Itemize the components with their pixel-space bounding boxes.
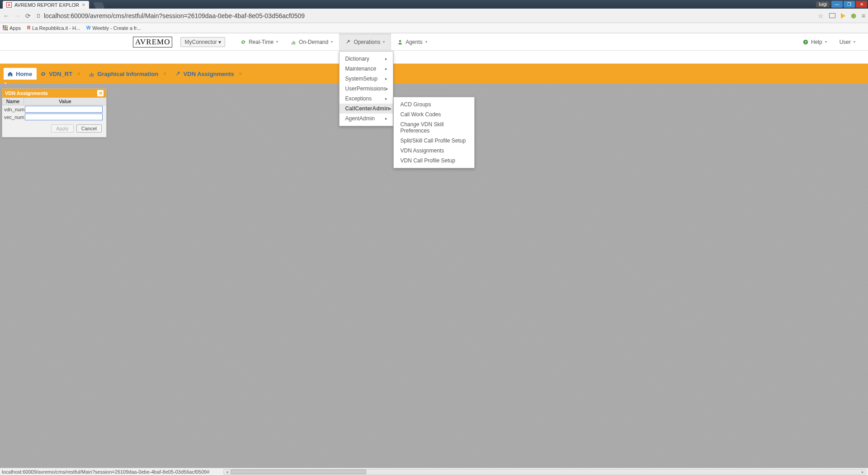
menu-item-systemsetup[interactable]: SystemSetup▸ xyxy=(340,74,393,84)
window-maximize-button[interactable]: ❐ xyxy=(844,1,855,8)
home-icon xyxy=(7,71,13,77)
vdn-num-input[interactable] xyxy=(25,106,103,113)
wrench-icon xyxy=(175,71,181,77)
menu-item-exceptions[interactable]: Exceptions▸ xyxy=(340,94,393,104)
submenu-acd-groups[interactable]: ACD Groups xyxy=(394,100,474,109)
tab-vdn-rt[interactable]: VDN_RT × xyxy=(37,67,85,80)
svg-text:?: ? xyxy=(805,40,807,44)
menu-item-userpermissions[interactable]: UserPermissions▸ xyxy=(340,84,393,94)
tab-home[interactable]: Home xyxy=(4,68,37,80)
tab-title: AVREMO REPORT EXPLOR xyxy=(14,2,79,8)
scroll-left-icon[interactable]: ◂ xyxy=(224,470,230,474)
favicon-icon: A xyxy=(6,2,12,8)
tab-label: VDN_RT xyxy=(49,71,72,77)
window-close-button[interactable]: ✕ xyxy=(856,1,867,8)
status-text: localhost:60009/avremo/cms/restful/Main?… xyxy=(2,469,223,475)
page-icon: 🗋 xyxy=(36,13,41,19)
nav-user[interactable]: User▾ xyxy=(833,33,862,50)
chart-icon xyxy=(291,39,296,45)
person-icon xyxy=(397,39,403,45)
nav-realtime[interactable]: Real-Time▾ xyxy=(234,33,284,50)
tab-vdn-assignments[interactable]: VDN Assignments × xyxy=(171,67,247,80)
nav-label: Real-Time xyxy=(249,39,274,45)
os-title-bar: A AVREMO REPORT EXPLOR × luigi — ❐ ✕ xyxy=(0,0,868,9)
horizontal-scrollbar[interactable]: ◂ ▸ xyxy=(223,469,866,475)
secondary-bar xyxy=(0,51,868,64)
bookmark-repubblica[interactable]: R La Repubblica.it - H... xyxy=(27,25,80,31)
tab-close-icon[interactable]: × xyxy=(82,2,85,8)
help-icon: ? xyxy=(803,39,808,45)
apps-shortcut[interactable]: Apps xyxy=(3,25,21,31)
connector-selector[interactable]: MyConnector ▾ xyxy=(180,37,225,47)
window-minimize-button[interactable]: — xyxy=(831,1,843,8)
nav-label: Operations xyxy=(354,39,380,45)
nav-label: On-Demand xyxy=(299,39,328,45)
app-logo: AVREMO xyxy=(133,37,172,48)
bookmark-icon: W xyxy=(86,25,90,30)
row-vdn-num: vdn_num xyxy=(2,105,106,113)
vdn-assignments-panel: VDN Assignments ✕ Name Value vdn_num vec… xyxy=(2,88,107,138)
nav-label: User xyxy=(840,39,851,45)
browser-tab[interactable]: A AVREMO REPORT EXPLOR × xyxy=(3,1,89,9)
bookmarks-bar: Apps R La Repubblica.it - H... W Weebly … xyxy=(0,23,868,33)
submenu-split-skill-profile[interactable]: Split/Skill Call Profile Setup xyxy=(394,136,474,146)
nav-label: Help xyxy=(811,39,822,45)
app-tab-strip: Home VDN_RT × Graphical Information × VD… xyxy=(0,64,868,80)
tab-close-icon[interactable]: × xyxy=(239,70,242,77)
reload-button[interactable]: ⟳ xyxy=(24,12,32,19)
tab-graphical-info[interactable]: Graphical Information × xyxy=(85,67,171,80)
row-vec-num: vec_num xyxy=(2,113,106,121)
nav-ondemand[interactable]: On-Demand▾ xyxy=(284,33,339,50)
menu-item-agentadmin[interactable]: AgentAdmin▸ xyxy=(340,114,393,124)
menu-icon[interactable]: ≡ xyxy=(862,12,865,19)
bookmark-label: La Repubblica.it - H... xyxy=(32,25,80,31)
scroll-right-icon[interactable]: ▸ xyxy=(859,470,866,474)
wrench-icon xyxy=(345,39,351,45)
status-bar: localhost:60009/avremo/cms/restful/Main?… xyxy=(0,468,868,475)
nav-label: Agents xyxy=(406,39,422,45)
app-navbar: AVREMO MyConnector ▾ Real-Time▾ On-Deman… xyxy=(0,33,868,51)
play-icon[interactable] xyxy=(841,13,845,19)
apply-button: Apply xyxy=(51,124,74,133)
menu-item-dictionary[interactable]: Dictionary▸ xyxy=(340,54,393,64)
nav-agents[interactable]: Agents▾ xyxy=(391,33,433,50)
menu-item-callcenteradmin[interactable]: CallCenterAdmin▸ xyxy=(340,104,393,114)
refresh-icon xyxy=(241,39,246,45)
tab-label: Home xyxy=(16,71,32,77)
nav-operations[interactable]: Operations▾ Dictionary▸ Maintenance▸ Sys… xyxy=(339,33,391,50)
submenu-vdn-call-profile[interactable]: VDN Call Profile Setup xyxy=(394,156,474,166)
bookmark-star-icon[interactable]: ☆ xyxy=(818,12,824,19)
extension-icon[interactable]: ⬢ xyxy=(851,12,856,19)
nav-help[interactable]: ? Help▾ xyxy=(797,33,833,50)
bookmark-icon: R xyxy=(27,25,30,30)
submenu-change-vdn-skill[interactable]: Change VDN Skill Preferences xyxy=(394,119,474,136)
vec-num-input[interactable] xyxy=(25,114,103,120)
cancel-button[interactable]: Cancel xyxy=(76,124,102,133)
forward-button: → xyxy=(14,12,21,19)
sub-toolbar: ▾ xyxy=(0,80,868,84)
tab-close-icon[interactable]: × xyxy=(163,70,166,77)
device-icon[interactable] xyxy=(829,13,835,18)
tab-label: Graphical Information xyxy=(97,71,158,77)
col-name: Name xyxy=(2,98,24,105)
refresh-icon xyxy=(40,71,46,77)
panel-title: VDN Assignments xyxy=(5,90,48,96)
submenu-call-work-codes[interactable]: Call Work Codes xyxy=(394,109,474,119)
panel-close-button[interactable]: ✕ xyxy=(97,90,104,96)
tab-close-icon[interactable]: × xyxy=(77,70,80,77)
new-tab-button[interactable] xyxy=(93,2,104,9)
back-button[interactable]: ← xyxy=(3,12,10,19)
panel-table-header: Name Value xyxy=(2,98,106,105)
menu-item-maintenance[interactable]: Maintenance▸ xyxy=(340,64,393,74)
address-text[interactable]: localhost:60009/avremo/cms/restful/Main?… xyxy=(44,12,305,19)
row-label: vec_num xyxy=(4,114,24,120)
apps-label: Apps xyxy=(9,25,21,31)
scrollbar-thumb[interactable] xyxy=(231,470,366,474)
bookmark-weebly[interactable]: W Weebly - Create a fr... xyxy=(86,25,141,31)
callcenteradmin-submenu: ACD Groups Call Work Codes Change VDN Sk… xyxy=(393,97,475,168)
submenu-vdn-assignments[interactable]: VDN Assignments xyxy=(394,146,474,156)
operations-dropdown: Dictionary▸ Maintenance▸ SystemSetup▸ Us… xyxy=(339,51,393,126)
col-value: Value xyxy=(24,98,106,105)
panel-header[interactable]: VDN Assignments ✕ xyxy=(2,89,106,98)
bookmark-label: Weebly - Create a fr... xyxy=(93,25,141,31)
